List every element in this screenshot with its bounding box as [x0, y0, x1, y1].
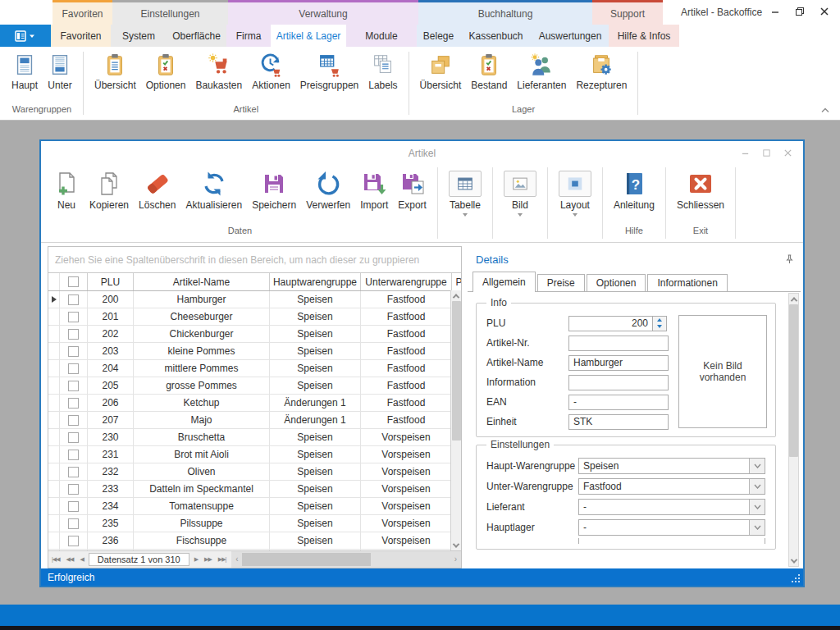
toolbar-button-verwerfen[interactable]: Verwerfen	[301, 171, 355, 211]
tab-module[interactable]: Module	[346, 25, 417, 47]
tab-auswertungen[interactable]: Auswertungen	[532, 25, 609, 47]
column-header-unterwarengruppe[interactable]: Unterwarengruppe	[361, 273, 452, 290]
table-row[interactable]: 205grosse PommesSpeisenFastfood	[48, 377, 461, 395]
hauptlager-dropdown[interactable]: -	[578, 519, 765, 536]
row-checkbox-cell[interactable]	[60, 377, 88, 394]
table-row[interactable]: 201CheeseburgerSpeisenFastfood	[48, 308, 461, 326]
ribbon-button-übersicht[interactable]: Übersicht	[415, 52, 467, 91]
minimize-icon[interactable]	[763, 1, 788, 22]
einheit-input[interactable]: STK	[568, 414, 669, 430]
ean-input[interactable]: -	[568, 395, 669, 410]
column-header-hauptwarengruppe[interactable]: Hauptwarengruppe	[270, 273, 361, 290]
plu-input[interactable]: 200	[568, 316, 653, 331]
spin-down-icon[interactable]	[653, 323, 666, 331]
ribbon-button-haupt[interactable]: Haupt	[7, 52, 43, 91]
minimize-icon[interactable]	[734, 145, 756, 160]
grid-header-checkbox-cell[interactable]	[60, 273, 88, 290]
ribbon-collapse-icon[interactable]	[820, 107, 830, 113]
nav-prev-button[interactable]: ◀	[76, 556, 86, 563]
select-all-checkbox[interactable]	[68, 276, 79, 287]
artikel-name-input[interactable]: Hamburger	[568, 355, 669, 371]
row-checkbox[interactable]	[68, 467, 79, 477]
spin-up-icon[interactable]	[653, 317, 666, 324]
table-row[interactable]: 231Brot mit AioliSpeisenVorspeisen	[48, 446, 461, 463]
partial-dropdown[interactable]	[578, 538, 765, 544]
ribbon-button-übersicht[interactable]: Übersicht	[89, 52, 141, 91]
restore-icon[interactable]	[788, 1, 812, 22]
scroll-down-icon[interactable]	[451, 540, 461, 550]
close-icon[interactable]	[812, 1, 837, 22]
table-row[interactable]: 203kleine PommesSpeisenFastfood	[48, 343, 461, 360]
details-tab-optionen[interactable]: Optionen	[587, 274, 646, 291]
row-checkbox[interactable]	[68, 363, 79, 374]
tab-oberfläche[interactable]: Oberfläche	[167, 25, 226, 47]
toolbar-button-export[interactable]: Export	[393, 171, 431, 211]
nav-last-button[interactable]: ▶▶|	[215, 556, 230, 563]
details-tab-preise[interactable]: Preise	[537, 274, 585, 291]
toolbar-button-layout[interactable]: Layout	[554, 171, 596, 217]
row-checkbox[interactable]	[68, 432, 79, 443]
toolbar-button-kopieren[interactable]: Kopieren	[84, 171, 134, 211]
unter-warengruppe-dropdown[interactable]: Fastfood	[578, 478, 765, 495]
table-row[interactable]: 235PilssuppeSpeisenVorspeisen	[48, 515, 461, 532]
toolbar-button-bild[interactable]: Bild	[499, 171, 541, 217]
table-row[interactable]: 204mittlere PommesSpeisenFastfood	[48, 360, 461, 377]
row-checkbox-cell[interactable]	[60, 326, 88, 342]
grid-vertical-scrollbar[interactable]	[450, 290, 461, 550]
column-header-pr[interactable]: Pr	[452, 273, 461, 290]
information-input[interactable]	[568, 375, 669, 390]
row-checkbox[interactable]	[68, 329, 79, 340]
column-header-plu[interactable]: PLU	[88, 273, 134, 290]
toolbar-button-speichern[interactable]: Speichern	[247, 171, 301, 211]
toolbar-button-schliessen[interactable]: Schliessen	[672, 171, 729, 211]
chevron-down-icon[interactable]	[749, 479, 765, 494]
table-row[interactable]: 200HamburgerSpeisenFastfood	[48, 291, 461, 308]
row-checkbox-cell[interactable]	[60, 308, 88, 325]
artikel-nr-input[interactable]	[568, 336, 669, 351]
chevron-down-icon[interactable]	[749, 459, 765, 473]
ribbon-button-unter[interactable]: Unter	[43, 52, 77, 91]
toolbar-button-tabelle[interactable]: Tabelle	[444, 171, 486, 217]
nav-next-page-button[interactable]: ▶▶	[201, 556, 215, 563]
row-checkbox[interactable]	[68, 450, 79, 460]
row-checkbox[interactable]	[68, 346, 79, 357]
row-checkbox-cell[interactable]	[60, 498, 88, 514]
tab-artikel-lager[interactable]: Artikel & Lager	[271, 25, 346, 47]
table-row[interactable]: 230BruschettaSpeisenVorspeisen	[48, 429, 461, 446]
row-checkbox[interactable]	[68, 312, 79, 322]
tab-kassenbuch[interactable]: Kassenbuch	[460, 25, 532, 47]
ribbon-button-lieferanten[interactable]: Lieferanten	[512, 52, 571, 91]
row-checkbox-cell[interactable]	[60, 412, 88, 428]
ribbon-button-aktionen[interactable]: Aktionen	[247, 52, 295, 91]
toolbar-button-import[interactable]: Import	[355, 171, 393, 211]
row-checkbox-cell[interactable]	[60, 395, 88, 411]
row-checkbox-cell[interactable]	[60, 463, 88, 480]
table-row[interactable]: 234TomatensuppeSpeisenVorspeisen	[48, 498, 461, 515]
row-checkbox[interactable]	[68, 381, 79, 391]
lieferant-dropdown[interactable]: -	[578, 499, 765, 515]
table-row[interactable]: 237CarpaccioSpeisenVorspeisen	[48, 550, 461, 550]
scroll-right-icon[interactable]: ›	[450, 551, 461, 568]
scroll-left-icon[interactable]: ‹	[231, 551, 242, 568]
table-row[interactable]: 233Datteln im SpeckmantelSpeisenVorspeis…	[48, 481, 461, 498]
ribbon-button-rezepturen[interactable]: Rezepturen	[571, 52, 632, 91]
table-row[interactable]: 236FischsuppeSpeisenVorspeisen	[48, 532, 461, 550]
row-checkbox-cell[interactable]	[60, 481, 88, 497]
column-header-artikel-name[interactable]: Artikel-Name	[134, 273, 270, 290]
chevron-down-icon[interactable]	[749, 520, 765, 535]
scroll-down-icon[interactable]	[789, 555, 798, 566]
table-row[interactable]: 206KetchupÄnderungen 1Fastfood	[48, 395, 461, 412]
scrollbar-thumb[interactable]	[242, 553, 371, 566]
row-checkbox-cell[interactable]	[60, 429, 88, 445]
tab-system[interactable]: System	[111, 25, 167, 47]
pin-icon[interactable]	[785, 254, 794, 264]
maximize-icon[interactable]	[756, 145, 777, 160]
scrollbar-thumb[interactable]	[452, 301, 461, 441]
details-tab-informationen[interactable]: Informationen	[647, 274, 727, 291]
row-checkbox-cell[interactable]	[60, 291, 88, 308]
toolbar-button-anleitung[interactable]: ?Anleitung	[609, 171, 660, 211]
row-checkbox-cell[interactable]	[60, 532, 88, 549]
row-checkbox[interactable]	[68, 294, 79, 305]
row-checkbox[interactable]	[68, 415, 79, 426]
row-checkbox-cell[interactable]	[60, 343, 88, 359]
